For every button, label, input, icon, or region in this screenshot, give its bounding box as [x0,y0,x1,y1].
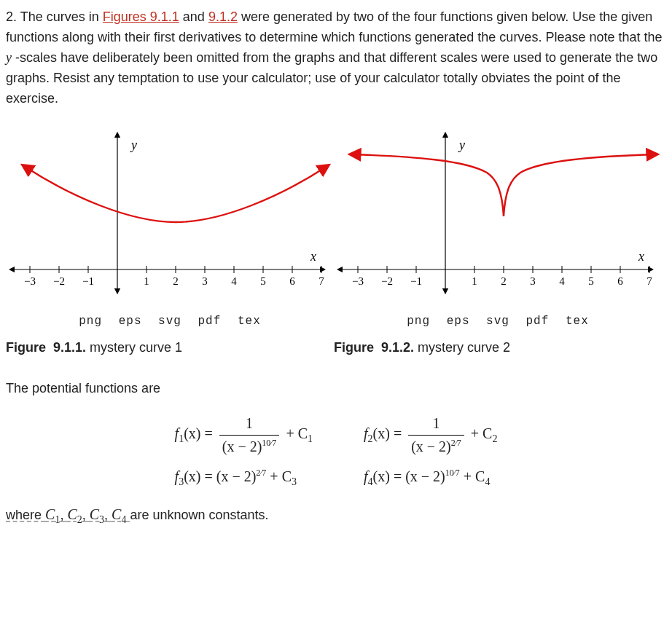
tick: 7 [319,275,324,287]
tick: 4 [559,275,565,287]
format-links-1: png eps svg pdf tex [6,312,334,331]
x-axis-label: x [310,249,316,264]
figure-link-1[interactable]: Figures 9.1.1 [103,9,179,24]
y-axis-label: y [458,138,465,152]
tick: 3 [530,275,536,287]
format-tex[interactable]: tex [566,315,589,328]
format-svg[interactable]: svg [486,315,509,328]
caption-text: mystery curve 1 [86,340,182,355]
format-tex[interactable]: tex [238,315,261,328]
chart-1: −3 −2 −1 1 2 3 4 5 6 7 y x [6,127,334,302]
equation-f4: f4(x) = (x − 2)10⁄7 + C4 [364,465,497,490]
chart-2: −3 −2 −1 1 2 3 4 5 6 7 y x [334,127,662,302]
caption-label: Figure 9.1.2. [334,340,414,355]
figure-link-2[interactable]: 9.1.2 [208,9,238,24]
figure-2-caption: Figure 9.1.2. mystery curve 2 [334,338,662,358]
equations-block: f1(x) = 1(x − 2)10⁄7 + C1 f3(x) = (x − 2… [6,412,666,490]
figure-1-caption: Figure 9.1.1. mystery curve 1 [6,338,334,358]
tick: −3 [352,275,364,287]
tick: 6 [289,275,295,287]
tick: −2 [381,275,393,287]
curve-1 [26,168,325,222]
tick: 4 [231,275,237,287]
tick: −1 [82,275,94,287]
curve-2 [354,154,653,216]
figure-1: −3 −2 −1 1 2 3 4 5 6 7 y x png eps svg p… [6,127,334,358]
format-pdf[interactable]: pdf [198,315,222,328]
tick: 7 [646,275,652,287]
equation-f2: f2(x) = 1(x − 2)2⁄7 + C2 [364,412,497,458]
mid-text: The potential functions are [6,379,666,399]
tick: 5 [588,275,594,287]
variable-y: y [6,50,12,65]
tick: −1 [410,275,422,287]
tick: 2 [501,275,507,287]
tick: −2 [53,275,65,287]
tick: 3 [202,275,208,287]
y-axis-label: y [130,138,137,152]
tick: 5 [260,275,266,287]
equation-f3: f3(x) = (x − 2)2⁄7 + C3 [175,465,313,490]
format-eps[interactable]: eps [119,315,142,328]
format-links-2: png eps svg pdf tex [334,312,662,331]
problem-number: 2. [6,9,17,24]
caption-text: mystery curve 2 [414,340,510,355]
text: The curves in [20,9,103,24]
problem-statement: 2. The curves in Figures 9.1.1 and 9.1.2… [6,7,666,109]
tick: 1 [472,275,477,287]
format-eps[interactable]: eps [447,315,470,328]
footer-line: where C1, C2, C3, C4 are unknown constan… [6,503,666,528]
tick: −3 [24,275,36,287]
x-axis-label: x [638,249,644,264]
text: and [183,9,208,24]
caption-label: Figure 9.1.1. [6,340,86,355]
format-png[interactable]: png [79,315,102,328]
format-svg[interactable]: svg [158,315,181,328]
figure-2: −3 −2 −1 1 2 3 4 5 6 7 y x png eps svg p… [334,127,662,358]
text: -scales have deliberately been omitted f… [6,50,657,106]
tick: 2 [173,275,179,287]
tick: 6 [617,275,623,287]
tick: 1 [144,275,149,287]
equation-f1: f1(x) = 1(x − 2)10⁄7 + C1 [175,412,313,458]
format-pdf[interactable]: pdf [526,315,550,328]
format-png[interactable]: png [407,315,430,328]
